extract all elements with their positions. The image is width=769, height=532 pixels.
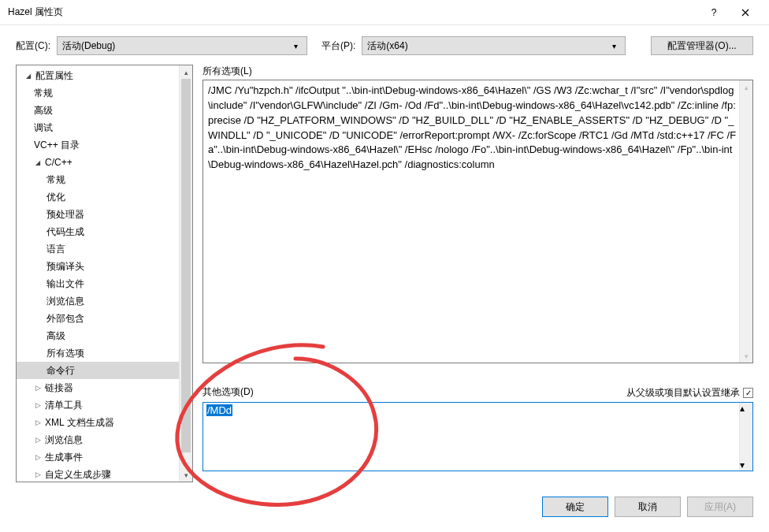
expand-icon[interactable] xyxy=(23,70,34,81)
expand-icon[interactable] xyxy=(32,434,43,445)
tree-item[interactable]: 高级 xyxy=(17,102,192,119)
scroll-down-icon[interactable]: ▾ xyxy=(740,459,752,471)
expand-icon[interactable] xyxy=(32,452,43,463)
cancel-button[interactable]: 取消 xyxy=(615,497,681,517)
tree-manifest[interactable]: 清单工具 xyxy=(17,396,192,414)
platform-dropdown[interactable]: 活动(x64) ▾ xyxy=(362,36,626,55)
tree-build-events[interactable]: 生成事件 xyxy=(17,448,192,466)
tree-item[interactable]: 调试 xyxy=(17,119,192,136)
scrollbar-thumb[interactable] xyxy=(181,79,191,452)
expand-icon[interactable] xyxy=(32,469,43,480)
scroll-up-icon[interactable]: ▴ xyxy=(740,80,752,94)
property-tree[interactable]: 配置属性 常规 高级 调试 VC++ 目录 C/C++ 常规 优化 预处理器 代… xyxy=(16,65,193,482)
ok-button[interactable]: 确定 xyxy=(542,497,608,517)
tree-scrollbar[interactable]: ▴ ▾ xyxy=(179,65,192,482)
other-options-textarea[interactable]: /MDd ▴ ▾ xyxy=(202,402,753,471)
tree-item[interactable]: 代码生成 xyxy=(17,223,192,240)
platform-value: 活动(x64) xyxy=(367,39,607,53)
config-manager-button[interactable]: 配置管理器(O)... xyxy=(651,36,753,55)
window-title: Hazel 属性页 xyxy=(8,6,698,19)
tree-custom-build[interactable]: 自定义生成步骤 xyxy=(17,466,192,482)
expand-icon[interactable] xyxy=(32,157,43,168)
expand-icon[interactable] xyxy=(32,417,43,428)
all-options-text: /JMC /Yu"hzpch.h" /ifcOutput "..\bin-int… xyxy=(203,80,752,176)
options-scrollbar[interactable]: ▴ ▾ xyxy=(739,80,752,363)
scroll-up-icon[interactable]: ▴ xyxy=(180,65,192,79)
tree-root-config[interactable]: 配置属性 xyxy=(17,67,192,84)
all-options-textarea[interactable]: /JMC /Yu"hzpch.h" /ifcOutput "..\bin-int… xyxy=(202,80,753,363)
close-icon xyxy=(741,9,749,17)
tree-item[interactable]: VC++ 目录 xyxy=(17,136,192,154)
other-options-label: 其他选项(D) xyxy=(202,385,254,399)
tree-browse[interactable]: 浏览信息 xyxy=(17,431,192,448)
scroll-up-icon[interactable]: ▴ xyxy=(740,403,752,414)
inherit-label: 从父级或项目默认设置继承 xyxy=(626,386,740,400)
all-options-label: 所有选项(L) xyxy=(202,65,753,78)
tree-item-command-line[interactable]: 命令行 xyxy=(17,362,192,379)
tree-item[interactable]: 语言 xyxy=(17,240,192,258)
tree-xml[interactable]: XML 文档生成器 xyxy=(17,414,192,431)
scroll-down-icon[interactable]: ▾ xyxy=(740,349,752,363)
inherit-checkbox[interactable]: ✓ xyxy=(743,388,753,398)
tree-item[interactable]: 高级 xyxy=(17,327,192,344)
tree-linker[interactable]: 链接器 xyxy=(17,379,192,396)
expand-icon[interactable] xyxy=(32,382,43,393)
help-button[interactable]: ? xyxy=(698,0,730,25)
apply-button[interactable]: 应用(A) xyxy=(687,497,753,517)
tree-item[interactable]: 优化 xyxy=(17,188,192,206)
tree-item[interactable]: 常规 xyxy=(17,84,192,102)
config-value: 活动(Debug) xyxy=(62,39,289,53)
other-scrollbar[interactable]: ▴ ▾ xyxy=(739,403,752,471)
chevron-down-icon: ▾ xyxy=(289,42,302,50)
tree-item[interactable]: 外部包含 xyxy=(17,310,192,327)
close-button[interactable] xyxy=(730,0,761,25)
scroll-down-icon[interactable]: ▾ xyxy=(180,468,192,482)
config-label: 配置(C): xyxy=(16,39,50,53)
tree-item[interactable]: 预编译头 xyxy=(17,258,192,275)
titlebar: Hazel 属性页 ? xyxy=(0,0,769,25)
tree-item[interactable]: 输出文件 xyxy=(17,275,192,292)
chevron-down-icon: ▾ xyxy=(607,42,620,50)
config-dropdown[interactable]: 活动(Debug) ▾ xyxy=(57,36,307,55)
tree-item[interactable]: 预处理器 xyxy=(17,206,192,223)
config-row: 配置(C): 活动(Debug) ▾ 平台(P): 活动(x64) ▾ 配置管理… xyxy=(0,25,769,65)
platform-label: 平台(P): xyxy=(321,39,355,53)
expand-icon[interactable] xyxy=(32,400,43,411)
tree-item[interactable]: 常规 xyxy=(17,171,192,188)
tree-item[interactable]: 所有选项 xyxy=(17,344,192,362)
other-options-value: /MDd xyxy=(206,404,232,416)
tree-item[interactable]: 浏览信息 xyxy=(17,292,192,310)
tree-cpp[interactable]: C/C++ xyxy=(17,154,192,171)
